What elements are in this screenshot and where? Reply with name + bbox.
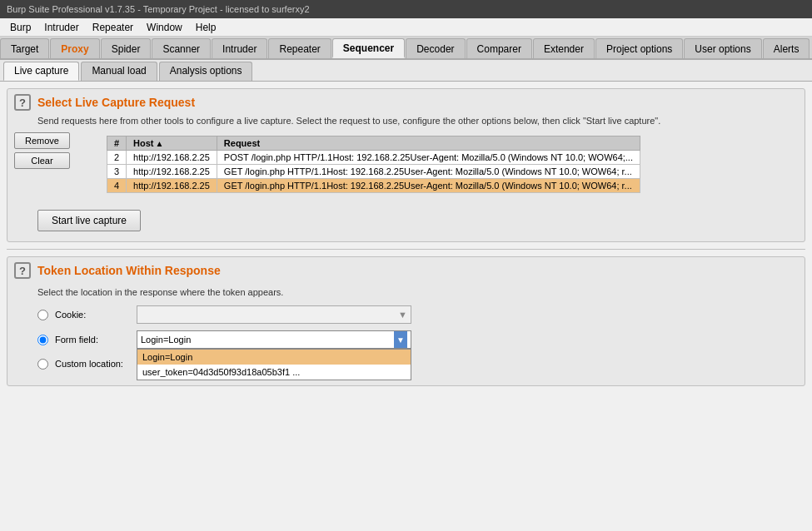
token-location-section: ? Token Location Within Response Select … [7, 256, 805, 386]
tab-alerts[interactable]: Alerts [763, 38, 810, 58]
main-tab-bar: Target Proxy Spider Scanner Intruder Rep… [0, 37, 812, 60]
form-field-radio[interactable] [37, 335, 48, 345]
custom-location-label: Custom location: [55, 359, 130, 369]
dropdown-option-0[interactable]: Login=Login [137, 350, 411, 365]
col-header-request: Request [217, 136, 640, 151]
menu-window[interactable]: Window [140, 20, 189, 35]
live-capture-desc: Send requests here from other tools to c… [7, 116, 805, 132]
tab-spider[interactable]: Spider [101, 38, 152, 58]
tab-proxy[interactable]: Proxy [50, 38, 99, 58]
menu-repeater[interactable]: Repeater [86, 20, 140, 35]
form-field-dropdown-menu: Login=Login user_token=04d3d50f93d18a05b… [137, 349, 411, 380]
table-row[interactable]: 4 http://192.168.2.25 GET /login.php HTT… [107, 179, 640, 193]
tab-repeater[interactable]: Repeater [268, 38, 331, 58]
table-buttons: Remove Clear [14, 132, 70, 169]
live-capture-title: Select Live Capture Request [37, 96, 195, 109]
cell-host: http://192.168.2.25 [127, 165, 217, 179]
tab-sequencer[interactable]: Sequencer [332, 38, 405, 58]
live-capture-section: ? Select Live Capture Request Send reque… [7, 88, 805, 242]
live-capture-help-icon[interactable]: ? [14, 94, 31, 111]
live-capture-table-area: Remove Clear # Host▲ Request 2 [7, 132, 805, 206]
cookie-radio[interactable] [37, 310, 48, 320]
dropdown-arrow-icon: ▼ [394, 331, 407, 348]
tab-decoder[interactable]: Decoder [406, 38, 465, 58]
request-table: # Host▲ Request 2 http://192.168.2.25 PO… [107, 136, 640, 193]
token-section-body: Select the location in the response wher… [7, 284, 805, 385]
clear-button[interactable]: Clear [14, 152, 70, 169]
subtab-live-capture[interactable]: Live capture [3, 62, 79, 81]
dropdown-option-1[interactable]: user_token=04d3d50f93d18a05b3f1 ... [137, 365, 411, 380]
remove-button[interactable]: Remove [14, 132, 70, 149]
table-row[interactable]: 2 http://192.168.2.25 POST /login.php HT… [107, 151, 640, 165]
live-capture-header: ? Select Live Capture Request [7, 89, 805, 116]
subtab-analysis-options[interactable]: Analysis options [159, 62, 253, 81]
cookie-label: Cookie: [55, 310, 130, 320]
form-field-row: Form field: Login=Login ▼ Login=Login us… [37, 330, 798, 349]
col-header-num: # [107, 136, 126, 151]
table-row[interactable]: 3 http://192.168.2.25 GET /login.php HTT… [107, 165, 640, 179]
tab-user-options[interactable]: User options [684, 38, 761, 58]
section-divider [7, 249, 805, 250]
tab-project-options[interactable]: Project options [595, 38, 683, 58]
cell-request: POST /login.php HTTP/1.1Host: 192.168.2.… [217, 151, 640, 165]
token-location-title: Token Location Within Response [37, 264, 221, 277]
custom-location-radio[interactable] [37, 359, 48, 370]
tab-comparer[interactable]: Comparer [466, 38, 532, 58]
menu-burp[interactable]: Burp [3, 20, 37, 35]
token-location-header: ? Token Location Within Response [7, 257, 805, 284]
sub-tab-bar: Live capture Manual load Analysis option… [0, 60, 812, 82]
token-location-help-icon[interactable]: ? [14, 262, 31, 279]
cookie-row: Cookie: ▼ [37, 305, 798, 324]
sort-arrow: ▲ [156, 139, 164, 148]
cookie-dropdown: ▼ [137, 305, 411, 324]
form-field-dropdown[interactable]: Login=Login ▼ [137, 330, 411, 349]
cell-request: GET /login.php HTTP/1.1Host: 192.168.2.2… [217, 179, 640, 193]
menu-intruder[interactable]: Intruder [37, 20, 85, 35]
cookie-dropdown-arrow: ▼ [398, 310, 407, 320]
subtab-manual-load[interactable]: Manual load [81, 62, 157, 81]
form-field-value: Login=Login [141, 335, 191, 345]
token-desc: Select the location in the response wher… [37, 287, 798, 297]
cell-num: 3 [107, 165, 126, 179]
content-area: ? Select Live Capture Request Send reque… [0, 82, 812, 531]
start-btn-area: Start live capture [7, 206, 805, 241]
title-text: Burp Suite Professional v1.7.35 - Tempor… [7, 4, 310, 14]
form-field-dropdown-wrapper: Login=Login ▼ Login=Login user_token=04d… [137, 330, 411, 349]
cell-host: http://192.168.2.25 [127, 179, 217, 193]
tab-target[interactable]: Target [0, 38, 49, 58]
cell-num: 2 [107, 151, 126, 165]
tab-extender[interactable]: Extender [533, 38, 595, 58]
cell-host: http://192.168.2.25 [127, 151, 217, 165]
title-bar: Burp Suite Professional v1.7.35 - Tempor… [0, 0, 812, 18]
col-header-host: Host▲ [127, 136, 217, 151]
cell-num: 4 [107, 179, 126, 193]
form-field-label: Form field: [55, 335, 130, 345]
menu-bar: Burp Intruder Repeater Window Help [0, 18, 812, 37]
tab-scanner[interactable]: Scanner [152, 38, 211, 58]
start-live-capture-button[interactable]: Start live capture [37, 210, 141, 231]
menu-help[interactable]: Help [189, 20, 223, 35]
tab-intruder[interactable]: Intruder [212, 38, 267, 58]
cell-request: GET /login.php HTTP/1.1Host: 192.168.2.2… [217, 165, 640, 179]
